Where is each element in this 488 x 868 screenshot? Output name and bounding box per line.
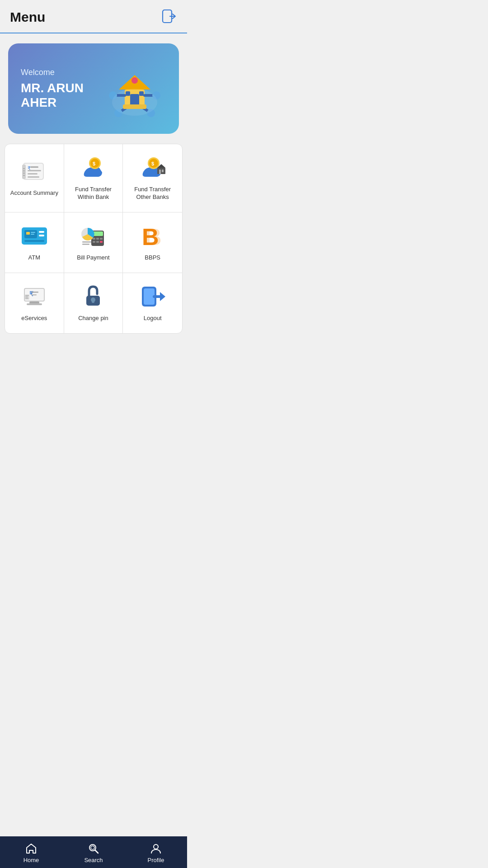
fund-transfer-within-label: Fund TransferWithin Bank — [75, 186, 112, 201]
svg-text:₹: ₹ — [29, 290, 33, 297]
svg-rect-26 — [23, 170, 25, 171]
svg-rect-43 — [31, 234, 34, 235]
grid-item-change-pin[interactable]: Change pin — [64, 273, 123, 333]
svg-rect-55 — [100, 241, 103, 243]
header: Menu — [0, 0, 187, 33]
svg-rect-45 — [39, 235, 44, 236]
svg-rect-73 — [92, 300, 94, 303]
svg-rect-56 — [82, 241, 91, 243]
atm-icon — [20, 223, 49, 249]
svg-rect-41 — [26, 232, 30, 235]
svg-rect-51 — [96, 238, 99, 240]
svg-rect-50 — [93, 238, 95, 240]
fund-transfer-other-icon: $ — [138, 155, 167, 180]
svg-point-16 — [112, 89, 157, 116]
bill-payment-label: Bill Payment — [77, 254, 109, 262]
svg-rect-66 — [27, 303, 42, 305]
svg-rect-46 — [24, 240, 44, 242]
grid-item-fund-transfer-within[interactable]: $ Fund TransferWithin Bank — [64, 144, 123, 212]
svg-rect-53 — [93, 241, 95, 243]
svg-rect-69 — [25, 297, 28, 297]
svg-rect-37 — [159, 170, 161, 174]
svg-rect-20 — [30, 166, 38, 168]
bill-payment-icon — [79, 223, 108, 249]
welcome-name: MR. ARUN AHER — [21, 81, 103, 110]
grid-item-fund-transfer-other[interactable]: $ Fund TransferOther Banks — [123, 144, 182, 212]
atm-label: ATM — [28, 254, 40, 262]
svg-rect-24 — [22, 165, 26, 179]
svg-rect-42 — [31, 232, 35, 233]
svg-rect-64 — [31, 294, 37, 296]
grid-item-account-summary[interactable]: ₹ Account Summary — [5, 144, 64, 212]
svg-rect-28 — [23, 175, 25, 176]
svg-rect-38 — [162, 170, 164, 172]
bbps-icon: B B — [138, 223, 167, 249]
fund-transfer-other-label: Fund TransferOther Banks — [134, 186, 171, 201]
grid-item-atm[interactable]: ATM — [5, 212, 64, 273]
welcome-card: Welcome MR. ARUN AHER — [8, 43, 179, 134]
grid-item-bill-payment[interactable]: Bill Payment — [64, 212, 123, 273]
svg-rect-68 — [25, 295, 29, 296]
grid-item-eservices[interactable]: ₹ eServices — [5, 273, 64, 333]
change-pin-label: Change pin — [78, 315, 108, 322]
svg-point-6 — [131, 77, 138, 84]
eservices-label: eServices — [21, 315, 47, 322]
bank-illustration — [103, 57, 166, 120]
grid-item-bbps[interactable]: B B BBPS — [123, 212, 182, 273]
menu-grid: ₹ Account Summary — [5, 144, 183, 334]
welcome-label: Welcome — [21, 68, 103, 77]
svg-rect-54 — [96, 241, 99, 243]
svg-rect-63 — [31, 292, 38, 293]
eservices-icon: ₹ — [20, 284, 49, 309]
account-summary-label: Account Summary — [10, 189, 58, 197]
bbps-label: BBPS — [145, 254, 160, 262]
svg-rect-22 — [28, 173, 38, 175]
logout-label: Logout — [144, 315, 162, 322]
svg-text:$: $ — [93, 161, 95, 166]
menu-title: Menu — [10, 9, 45, 25]
svg-text:$: $ — [151, 161, 154, 166]
fund-transfer-within-icon: $ — [79, 155, 108, 180]
svg-rect-25 — [23, 168, 25, 169]
logout-icon-header[interactable] — [161, 8, 177, 26]
svg-text:B: B — [145, 224, 162, 248]
svg-rect-57 — [82, 244, 89, 245]
svg-rect-27 — [23, 173, 25, 174]
svg-rect-52 — [100, 238, 103, 240]
svg-rect-21 — [28, 170, 41, 171]
change-pin-icon — [79, 284, 108, 309]
svg-rect-35 — [157, 168, 165, 174]
svg-rect-44 — [39, 231, 44, 233]
svg-rect-23 — [28, 176, 39, 178]
account-summary-icon: ₹ — [20, 159, 49, 184]
svg-marker-77 — [160, 292, 165, 301]
logout-icon — [138, 284, 167, 309]
grid-item-logout[interactable]: Logout — [123, 273, 182, 333]
svg-rect-70 — [25, 298, 28, 299]
